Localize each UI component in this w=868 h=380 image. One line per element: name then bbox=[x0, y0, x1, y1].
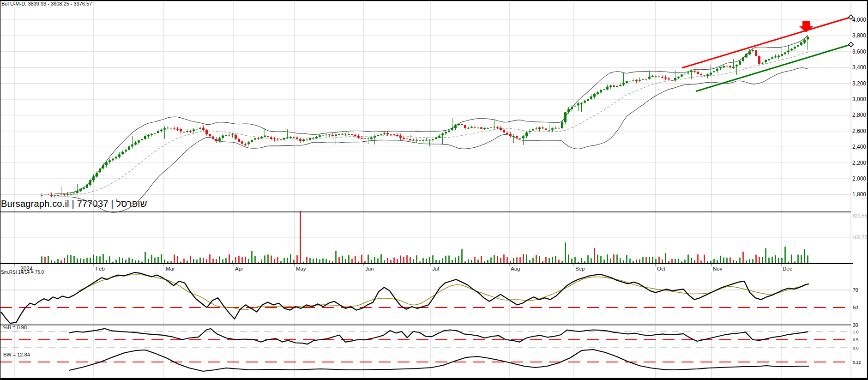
volume-bar bbox=[791, 254, 792, 263]
candle-body bbox=[603, 89, 605, 90]
volume-bar bbox=[665, 253, 666, 263]
candle-body bbox=[619, 85, 621, 86]
bollinger-upper-band bbox=[55, 36, 808, 193]
volume-bar bbox=[691, 258, 692, 263]
stock-chart-root: Bursagraph.co.il | 777037 | שופרסל 4,000… bbox=[0, 0, 868, 380]
candle-body bbox=[319, 135, 321, 137]
volume-bar bbox=[636, 259, 637, 263]
candle-body bbox=[428, 140, 431, 140]
volume-bar bbox=[652, 257, 653, 263]
volume-bar bbox=[458, 256, 459, 263]
candle-body bbox=[41, 195, 43, 195]
volume-bar bbox=[206, 259, 207, 263]
month-label: Sep bbox=[575, 266, 585, 271]
volume-bar bbox=[222, 259, 223, 263]
candle-body bbox=[622, 83, 625, 84]
down-arrow-annotation bbox=[799, 21, 813, 32]
main-chart-gridlines bbox=[0, 20, 851, 238]
volume-bar bbox=[190, 256, 191, 263]
volume-bar bbox=[571, 259, 573, 263]
candle-body bbox=[44, 194, 46, 195]
volume-bar bbox=[313, 259, 314, 263]
volume-bar bbox=[529, 260, 530, 263]
candle-body bbox=[532, 129, 534, 130]
candle-body bbox=[451, 128, 453, 130]
candle-body bbox=[432, 139, 434, 140]
volume-bar bbox=[558, 259, 560, 263]
month-label: Oct bbox=[657, 266, 666, 271]
volume-bar bbox=[772, 257, 773, 263]
candle-body bbox=[325, 135, 327, 135]
candle-body bbox=[102, 165, 104, 169]
volume-bar bbox=[125, 259, 127, 263]
candle-body bbox=[186, 131, 188, 132]
volume-bar bbox=[804, 249, 805, 263]
candle-body bbox=[205, 130, 208, 134]
percent-b-axis-label: 0.0 bbox=[853, 346, 859, 350]
candle-body bbox=[593, 94, 596, 97]
price-axis-label: 3,400 bbox=[852, 64, 866, 71]
price-axis-label: 2,000 bbox=[852, 175, 866, 182]
volume-bar bbox=[115, 259, 117, 263]
month-label: Nov bbox=[713, 266, 723, 271]
volume-bar bbox=[287, 258, 288, 263]
candle-body bbox=[293, 137, 295, 138]
candle-body bbox=[626, 81, 628, 83]
candle-body bbox=[480, 127, 482, 129]
volume-bar bbox=[193, 259, 194, 263]
candle-body bbox=[597, 92, 599, 94]
candle-body bbox=[467, 128, 470, 128]
candle-body bbox=[574, 106, 576, 107]
candle-body bbox=[739, 61, 741, 65]
candle-body bbox=[209, 134, 211, 136]
volume-bar bbox=[73, 256, 75, 263]
candle-body bbox=[781, 54, 783, 56]
candle-body bbox=[264, 136, 266, 137]
candle-body bbox=[377, 135, 379, 136]
candle-body bbox=[390, 134, 392, 134]
price-chart-svg: 4,0003,8003,6003,4003,2003,0002,8002,600… bbox=[0, 0, 868, 380]
volume-bar bbox=[296, 255, 298, 263]
candle-body bbox=[490, 127, 492, 128]
candle-body bbox=[351, 134, 353, 135]
volume-bar bbox=[494, 255, 495, 263]
volume-bar bbox=[671, 259, 673, 263]
candle-body bbox=[522, 136, 524, 138]
candle-body bbox=[425, 140, 428, 140]
volume-bar bbox=[629, 259, 631, 263]
volume-bar bbox=[267, 254, 269, 263]
candle-body bbox=[790, 49, 793, 50]
candle-body bbox=[157, 131, 159, 133]
candle-body bbox=[703, 76, 705, 76]
volume-bar bbox=[455, 258, 456, 263]
volume-bar bbox=[348, 255, 350, 263]
volume-bar bbox=[254, 256, 256, 263]
candle-body bbox=[54, 195, 56, 196]
volume-bar bbox=[587, 255, 589, 263]
volume-bar bbox=[597, 255, 598, 263]
volume-bar bbox=[594, 248, 595, 263]
candle-body bbox=[235, 135, 237, 139]
volume-bar bbox=[261, 259, 262, 263]
candle-body bbox=[403, 138, 405, 139]
volume-bar bbox=[565, 242, 566, 263]
candle-body bbox=[141, 139, 143, 140]
volume-bar bbox=[687, 254, 689, 263]
volume-bar bbox=[694, 260, 695, 263]
price-axis-label: 3,600 bbox=[852, 48, 866, 55]
volume-bar bbox=[784, 247, 786, 263]
volume-axis-labels: 321,557160,778 bbox=[852, 213, 868, 240]
volume-bar bbox=[626, 255, 627, 263]
candle-body bbox=[632, 80, 634, 81]
candle-body bbox=[710, 72, 712, 74]
volume-bar bbox=[264, 255, 265, 263]
candle-body bbox=[470, 127, 473, 128]
candle-body bbox=[128, 146, 130, 150]
candle-body bbox=[438, 136, 440, 138]
candle-body bbox=[416, 140, 418, 141]
candle-body bbox=[70, 194, 72, 195]
candle-body bbox=[393, 134, 395, 135]
candle-body bbox=[645, 79, 647, 79]
candle-body bbox=[144, 136, 146, 139]
candle-body bbox=[768, 59, 770, 60]
